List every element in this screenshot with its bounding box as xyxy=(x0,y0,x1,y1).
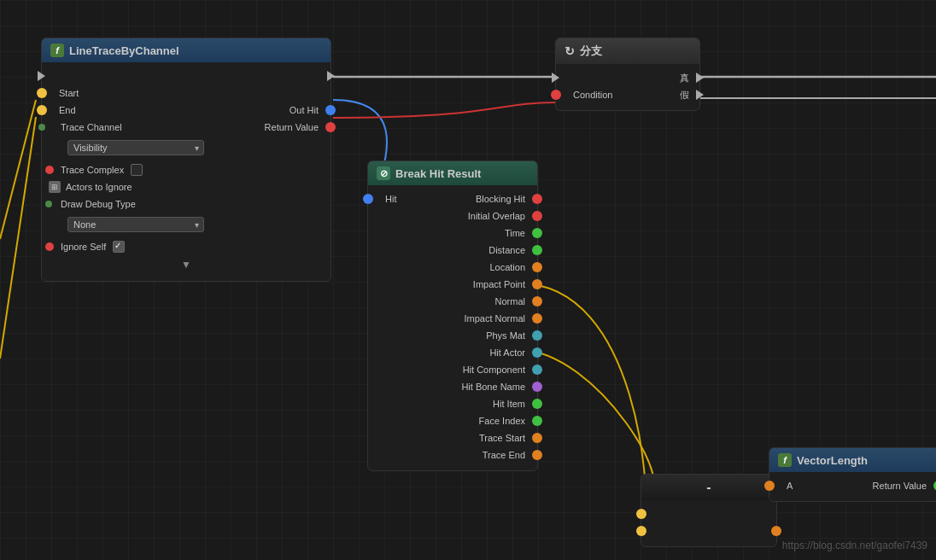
linetrace-tracecomplex-pin[interactable] xyxy=(45,166,54,174)
linetrace-visibility-select[interactable]: Visibility xyxy=(67,140,204,155)
bhr-hitcomponent-label: Hit Component xyxy=(463,365,525,375)
linetrace-none-dropdown-wrapper[interactable]: None xyxy=(67,217,204,232)
linetrace-end-label: End xyxy=(59,105,76,115)
linetrace-start-pin[interactable] xyxy=(37,88,47,98)
bhr-hitbonename-pin[interactable] xyxy=(532,382,542,392)
bhr-title: Break Hit Result xyxy=(395,167,481,180)
linetrace-start-row: Start xyxy=(42,85,331,102)
branch-condition-label: Condition xyxy=(573,90,612,100)
bhr-time-row: Time xyxy=(368,225,537,242)
bhr-hitactor-row: Hit Actor xyxy=(368,344,537,361)
linetrace-visibility-wrapper[interactable]: Visibility xyxy=(42,136,331,161)
vectorlength-a-pin[interactable] xyxy=(764,481,775,491)
linetrace-outhit-pin[interactable] xyxy=(325,105,336,115)
linetrace-tracechannel-row: Trace Channel Return Value xyxy=(42,119,331,136)
node-vectorlength: f VectorLength A Return Value xyxy=(769,447,936,502)
linetrace-tracechannel-pin[interactable] xyxy=(38,124,45,131)
linetrace-tracechannel-label: Trace Channel xyxy=(61,122,122,132)
linetrace-none-wrapper[interactable]: None xyxy=(42,213,331,238)
bhr-hitcomponent-row: Hit Component xyxy=(368,361,537,378)
bhr-hitbonename-label: Hit Bone Name xyxy=(461,382,525,392)
bhr-hit-row: Hit Blocking Hit xyxy=(368,190,537,207)
branch-exec-false[interactable] xyxy=(696,90,704,100)
linetrace-ignoreself-checkbox[interactable] xyxy=(113,241,125,253)
node-linetrace: f LineTraceByChannel Start End Out Hit xyxy=(41,38,331,282)
branch-condition-pin[interactable] xyxy=(551,90,561,100)
linetrace-drawdebug-row: Draw Debug Type xyxy=(42,195,331,213)
bhr-time-pin[interactable] xyxy=(532,228,542,238)
bhr-physmat-row: Phys Mat xyxy=(368,327,537,344)
subtract-header: - xyxy=(641,475,776,500)
linetrace-returnvalue-label: Return Value xyxy=(265,122,319,132)
linetrace-header: f LineTraceByChannel xyxy=(42,38,331,62)
linetrace-ignoreself-pin[interactable] xyxy=(45,242,54,251)
linetrace-drawdebug-pin[interactable] xyxy=(45,201,52,207)
linetrace-tracecomplex-checkbox[interactable] xyxy=(131,164,143,176)
bhr-impactnormal-pin[interactable] xyxy=(532,313,542,324)
linetrace-drawdebug-label: Draw Debug Type xyxy=(61,199,136,209)
bhr-header: ⊘ Break Hit Result xyxy=(368,161,537,185)
bhr-hit-pin[interactable] xyxy=(363,194,373,204)
linetrace-end-row: End Out Hit xyxy=(42,102,331,119)
linetrace-none-select[interactable]: None xyxy=(67,217,204,232)
branch-false-label: 假 xyxy=(680,89,689,102)
bhr-distance-label: Distance xyxy=(488,245,525,255)
bhr-traceend-label: Trace End xyxy=(483,450,525,460)
linetrace-ignoreself-row: Ignore Self xyxy=(42,238,331,255)
subtract-out-pin[interactable] xyxy=(771,526,781,536)
branch-exec-true[interactable] xyxy=(696,73,704,83)
branch-refresh-icon: ↻ xyxy=(565,44,575,58)
bhr-tracestart-row: Trace Start xyxy=(368,429,537,446)
linetrace-expand-btn[interactable]: ▼ xyxy=(42,255,331,274)
bhr-distance-pin[interactable] xyxy=(532,245,542,255)
bhr-body: Hit Blocking Hit Initial Overlap Time Di… xyxy=(368,185,537,470)
bhr-traceend-pin[interactable] xyxy=(532,450,542,460)
bhr-impactnormal-row: Impact Normal xyxy=(368,310,537,327)
bhr-hititem-pin[interactable] xyxy=(532,399,542,409)
branch-body: 真 Condition 假 xyxy=(556,64,699,110)
linetrace-visibility-dropdown-wrapper[interactable]: Visibility xyxy=(67,140,204,155)
linetrace-end-pin[interactable] xyxy=(37,105,47,115)
bhr-normal-row: Normal xyxy=(368,293,537,310)
linetrace-exec-out[interactable] xyxy=(327,71,335,81)
subtract-a-row xyxy=(641,505,776,522)
bhr-initialoverlap-pin[interactable] xyxy=(532,211,542,221)
bhr-icon: ⊘ xyxy=(377,166,390,180)
linetrace-returnvalue-pin[interactable] xyxy=(325,122,336,132)
vectorlength-a-label: A xyxy=(787,481,793,491)
subtract-operator: - xyxy=(650,480,768,495)
linetrace-start-label: Start xyxy=(59,88,79,98)
bhr-faceindex-label: Face Index xyxy=(479,416,525,426)
bhr-tracestart-pin[interactable] xyxy=(532,433,542,443)
bhr-location-label: Location xyxy=(489,262,525,272)
bhr-impactpoint-pin[interactable] xyxy=(532,279,542,289)
bhr-hitactor-pin[interactable] xyxy=(532,347,542,358)
bhr-hitcomponent-pin[interactable] xyxy=(532,365,542,375)
vectorlength-title: VectorLength xyxy=(797,454,868,467)
subtract-body xyxy=(641,500,776,546)
bhr-faceindex-pin[interactable] xyxy=(532,416,542,426)
linetrace-exec-in[interactable] xyxy=(38,71,45,81)
subtract-b-pin[interactable] xyxy=(636,526,646,536)
branch-true-label: 真 xyxy=(680,72,689,85)
bhr-traceend-row: Trace End xyxy=(368,446,537,464)
branch-exec-in[interactable] xyxy=(552,73,559,83)
bhr-impactnormal-label: Impact Normal xyxy=(464,313,525,324)
bhr-physmat-pin[interactable] xyxy=(532,330,542,341)
bhr-location-pin[interactable] xyxy=(532,262,542,272)
branch-header: ↻ 分支 xyxy=(556,38,699,64)
linetrace-actors-row: ⊞ Actors to Ignore xyxy=(42,178,331,195)
bhr-blockinghit-label: Blocking Hit xyxy=(476,194,525,204)
bhr-impactpoint-row: Impact Point xyxy=(368,276,537,293)
linetrace-icon: f xyxy=(50,44,64,57)
bhr-blockinghit-pin[interactable] xyxy=(532,194,542,204)
bhr-normal-pin[interactable] xyxy=(532,296,542,306)
node-subtract: - xyxy=(641,474,777,547)
linetrace-body: Start End Out Hit Trace Channel Return V… xyxy=(42,62,331,281)
linetrace-ignoreself-label: Ignore Self xyxy=(61,242,106,252)
bhr-distance-row: Distance xyxy=(368,242,537,259)
vectorlength-icon: f xyxy=(778,453,792,467)
bhr-hititem-row: Hit Item xyxy=(368,395,537,412)
subtract-a-pin[interactable] xyxy=(636,509,646,519)
linetrace-tracecomplex-row: Trace Complex xyxy=(42,161,331,178)
